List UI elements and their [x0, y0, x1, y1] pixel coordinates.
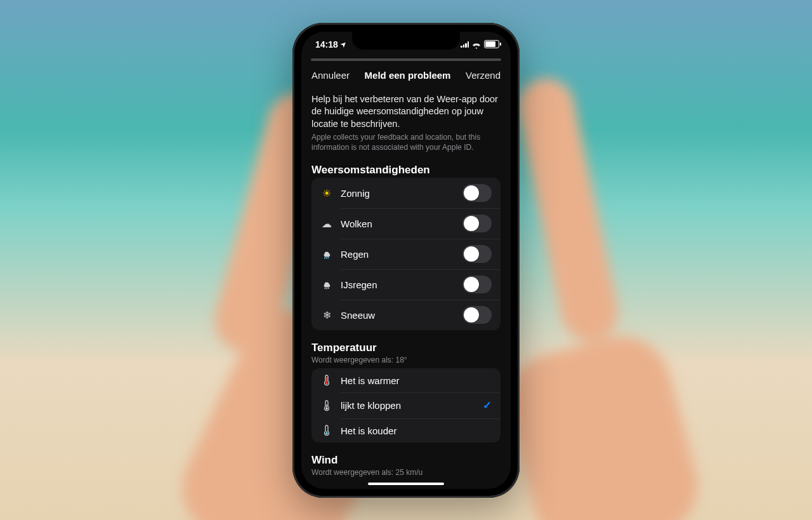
intro-text: Help bij het verbeteren van de Weer-app …	[311, 93, 501, 131]
status-time: 14:18	[315, 39, 338, 50]
section-header-wind: Wind	[311, 454, 501, 467]
temp-row-correct[interactable]: lijkt te kloppen ✓	[311, 392, 501, 418]
phone-frame: 14:18 ➤ Annuleer Meld een probleem Verze…	[292, 23, 520, 498]
cloud-icon: ☁︎	[320, 218, 333, 230]
condition-row-sleet[interactable]: IJsregen	[311, 269, 501, 300]
location-arrow-icon: ➤	[339, 40, 347, 48]
svg-line-2	[328, 258, 329, 259]
battery-icon	[484, 40, 499, 48]
thermometer-icon	[320, 400, 333, 411]
temp-row-warmer[interactable]: Het is warmer	[311, 368, 501, 392]
home-indicator[interactable]	[368, 483, 444, 485]
toggle-snow[interactable]	[462, 306, 492, 324]
condition-label: IJsregen	[341, 279, 455, 290]
svg-point-5	[328, 288, 329, 290]
condition-row-snow[interactable]: ❄︎ Sneeuw	[311, 300, 501, 330]
svg-point-8	[325, 408, 328, 410]
condition-label: Sneeuw	[341, 310, 455, 321]
toggle-sunny[interactable]	[462, 184, 492, 202]
wifi-icon	[472, 41, 481, 48]
temp-label: Het is kouder	[341, 425, 492, 436]
toggle-sleet[interactable]	[462, 276, 492, 293]
svg-point-6	[325, 382, 328, 385]
send-button[interactable]: Verzend	[466, 70, 501, 81]
thermometer-cold-icon	[320, 425, 333, 436]
toggle-clouds[interactable]	[462, 215, 492, 232]
svg-line-0	[325, 258, 325, 259]
temp-label: lijkt te kloppen	[341, 400, 475, 411]
section-sub-temperature: Wordt weergegeven als: 18°	[311, 356, 501, 364]
condition-label: Zonnig	[341, 188, 455, 199]
condition-row-clouds[interactable]: ☁︎ Wolken	[311, 208, 501, 239]
section-header-conditions: Weersomstandigheden	[311, 164, 501, 177]
rain-icon	[320, 249, 333, 259]
svg-rect-11	[326, 431, 327, 433]
screen: 14:18 ➤ Annuleer Meld een probleem Verze…	[301, 32, 511, 489]
temp-row-colder[interactable]: Het is kouder	[311, 418, 501, 443]
temp-label: Het is warmer	[341, 375, 492, 386]
svg-point-4	[326, 288, 327, 290]
sun-icon: ☀︎	[320, 187, 333, 199]
notch	[352, 32, 460, 50]
condition-label: Wolken	[341, 218, 455, 229]
toggle-rain[interactable]	[462, 245, 492, 263]
sheet-header: Annuleer Meld een probleem Verzend	[301, 61, 511, 88]
svg-rect-7	[326, 377, 327, 382]
section-header-temperature: Temperatuur	[311, 342, 501, 354]
condition-row-rain[interactable]: Regen	[311, 239, 501, 269]
svg-line-1	[326, 258, 327, 259]
condition-row-sunny[interactable]: ☀︎ Zonnig	[311, 178, 501, 208]
intro-subtext: Apple collects your feedback and locatio…	[311, 133, 501, 152]
thermometer-hot-icon	[320, 375, 333, 386]
temperature-card: Het is warmer lijkt te kloppen ✓ Het is …	[311, 368, 501, 443]
sheet-content[interactable]: Help bij het verbeteren van de Weer-app …	[301, 93, 511, 489]
sleet-icon	[320, 279, 333, 290]
condition-label: Regen	[341, 249, 455, 260]
svg-point-3	[324, 288, 325, 290]
snowflake-icon: ❄︎	[320, 309, 333, 321]
conditions-card: ☀︎ Zonnig ☁︎ Wolken Regen	[311, 178, 501, 330]
svg-rect-9	[326, 404, 327, 408]
checkmark-icon: ✓	[483, 399, 492, 412]
cancel-button[interactable]: Annuleer	[311, 70, 350, 81]
section-sub-wind: Wordt weergegeven als: 25 km/u	[311, 468, 501, 477]
cellular-signal-icon	[461, 41, 469, 48]
sheet-title: Meld een probleem	[365, 70, 451, 81]
